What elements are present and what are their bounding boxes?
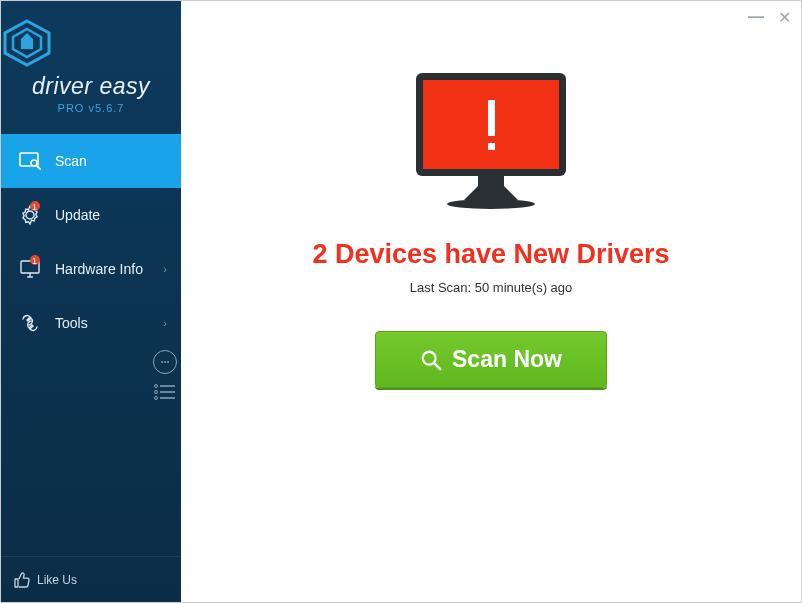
sidebar-extra (153, 350, 177, 400)
chevron-right-icon: › (163, 263, 167, 275)
svg-rect-19 (488, 100, 495, 136)
svg-rect-20 (488, 143, 495, 150)
thumbs-up-icon (13, 571, 31, 589)
last-scan-text: Last Scan: 50 minute(s) ago (410, 280, 573, 295)
minimize-button[interactable]: — (748, 8, 764, 26)
main-content: 2 Devices have New Drivers Last Scan: 50… (181, 33, 801, 602)
chevron-right-icon: › (163, 317, 167, 329)
feedback-icon[interactable] (153, 350, 177, 374)
logo-area: driver easy PRO v5.6.7 (1, 1, 181, 128)
app-logo-icon (1, 19, 181, 67)
scan-icon (19, 150, 41, 172)
svg-point-10 (167, 361, 169, 363)
svg-line-4 (37, 166, 41, 170)
status-heading: 2 Devices have New Drivers (312, 239, 669, 270)
sidebar-footer: Like Us (1, 556, 181, 602)
like-us-button[interactable]: Like Us (13, 571, 77, 589)
sidebar-nav: Scan 1 Update 1 Hardware Inf (1, 134, 181, 350)
nav-item-tools[interactable]: Tools › (1, 296, 181, 350)
svg-point-13 (155, 391, 158, 394)
app-name: driver easy (1, 73, 181, 100)
svg-point-15 (155, 397, 158, 400)
svg-point-21 (447, 199, 535, 209)
svg-point-8 (161, 361, 163, 363)
hardware-badge: 1 (30, 255, 40, 265)
nav-label: Scan (55, 153, 87, 169)
menu-list-icon[interactable] (154, 384, 176, 400)
nav-label: Update (55, 207, 100, 223)
close-button[interactable]: ✕ (778, 8, 791, 27)
nav-item-hardware[interactable]: 1 Hardware Info › (1, 242, 181, 296)
svg-point-9 (164, 361, 166, 363)
search-icon (420, 349, 442, 371)
nav-item-update[interactable]: 1 Update (1, 188, 181, 242)
nav-label: Hardware Info (55, 261, 143, 277)
app-version: PRO v5.6.7 (1, 102, 181, 114)
titlebar: — ✕ (181, 1, 801, 33)
nav-item-scan[interactable]: Scan (1, 134, 181, 188)
scan-button-label: Scan Now (452, 346, 562, 373)
app-window: driver easy PRO v5.6.7 Scan 1 Update (1, 1, 801, 602)
scan-now-button[interactable]: Scan Now (375, 331, 607, 388)
update-badge: 1 (30, 201, 40, 211)
tools-icon (19, 312, 41, 334)
alert-monitor-icon (406, 67, 576, 217)
nav-label: Tools (55, 315, 88, 331)
like-label: Like Us (37, 573, 77, 587)
svg-line-23 (434, 363, 440, 369)
svg-point-11 (155, 385, 158, 388)
sidebar: driver easy PRO v5.6.7 Scan 1 Update (1, 1, 181, 602)
main-area: — ✕ 2 Devices have New Drivers Last Scan… (181, 1, 801, 602)
